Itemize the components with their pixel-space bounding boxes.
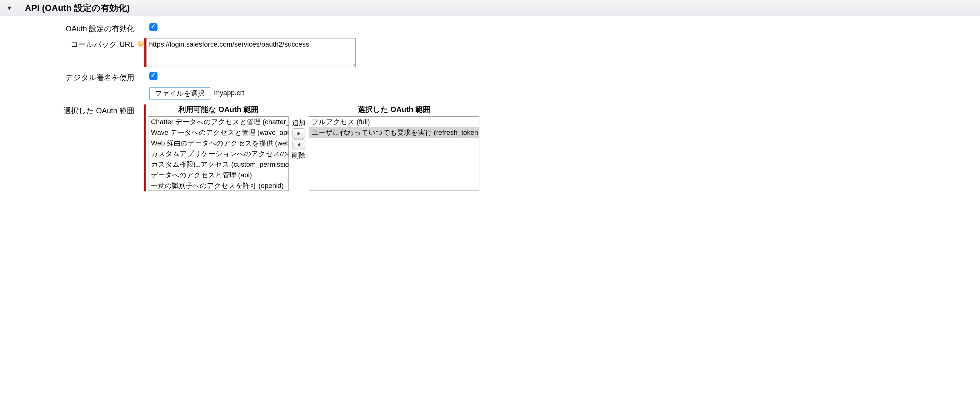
available-scopes-header: 利用可能な OAuth 範囲	[178, 104, 258, 115]
scope-option[interactable]: Chatter データへのアクセスと管理 (chatter_api)	[148, 117, 288, 127]
scope-option[interactable]: データへのアクセスと管理 (api)	[148, 170, 288, 180]
remove-label: 削除	[292, 151, 305, 160]
arrow-left-icon	[297, 143, 301, 147]
arrow-right-icon	[297, 131, 301, 136]
help-icon[interactable]: ?	[137, 41, 144, 47]
selected-scopes-listbox[interactable]: フルアクセス (full)ユーザに代わっていつでも要求を実行 (refresh_…	[309, 117, 479, 191]
checkbox-enable-oauth[interactable]	[150, 23, 158, 31]
scope-option[interactable]: フルアクセス (full)	[309, 117, 479, 127]
svg-marker-0	[298, 132, 300, 136]
file-name-display: myapp.crt	[214, 87, 244, 97]
row-digital-signature: デジタル署名を使用	[0, 71, 980, 83]
add-scope-button[interactable]	[293, 128, 305, 139]
scope-option[interactable]: カスタム権限にアクセス (custom_permissions)	[148, 159, 288, 170]
collapse-triangle-icon[interactable]: ▼	[6, 5, 13, 12]
label-callback-url: コールバック URL	[0, 38, 137, 50]
scope-option[interactable]: Web 経由のデータへのアクセスを提供 (web)	[148, 138, 288, 148]
checkbox-digital-signature[interactable]	[150, 72, 158, 80]
row-file-upload: ファイルを選択 myapp.crt	[0, 87, 980, 100]
scope-option[interactable]: カスタムアプリケーションへのアクセスの提供 (visualforce)	[148, 148, 288, 159]
required-indicator	[144, 104, 146, 192]
row-enable-oauth: OAuth 設定の有効化	[0, 22, 980, 34]
transfer-buttons: 追加 削除	[292, 118, 305, 160]
add-label: 追加	[292, 118, 305, 128]
selected-scopes-column: 選択した OAuth 範囲 フルアクセス (full)ユーザに代わっていつでも要…	[309, 104, 479, 191]
svg-marker-1	[298, 143, 300, 147]
available-scopes-column: 利用可能な OAuth 範囲 Chatter データへのアクセスと管理 (cha…	[148, 104, 289, 191]
selected-scopes-header: 選択した OAuth 範囲	[358, 104, 431, 115]
label-file-upload	[0, 87, 137, 88]
section-title: API (OAuth 設定の有効化)	[25, 2, 130, 14]
available-scopes-listbox[interactable]: Chatter データへのアクセスと管理 (chatter_api)Wave デ…	[148, 117, 289, 191]
scope-option[interactable]: Wave データへのアクセスと管理 (wave_api)	[148, 127, 288, 138]
remove-scope-button[interactable]	[293, 139, 305, 150]
scope-option[interactable]: ユーザに代わっていつでも要求を実行 (refresh_token, offlin…	[309, 127, 479, 138]
file-choose-button[interactable]: ファイルを選択	[150, 87, 210, 100]
label-oauth-scopes: 選択した OAuth 範囲	[0, 104, 137, 116]
label-digital-signature: デジタル署名を使用	[0, 71, 137, 83]
row-callback-url: コールバック URL ?	[0, 38, 980, 67]
row-oauth-scopes: 選択した OAuth 範囲 利用可能な OAuth 範囲 Chatter データ…	[0, 104, 980, 192]
callback-url-input[interactable]	[146, 38, 356, 67]
label-enable-oauth: OAuth 設定の有効化	[0, 22, 137, 34]
section-header: ▼ API (OAuth 設定の有効化)	[0, 0, 980, 16]
scope-option[interactable]: 一意の識別子へのアクセスを許可 (openid)	[148, 180, 288, 191]
